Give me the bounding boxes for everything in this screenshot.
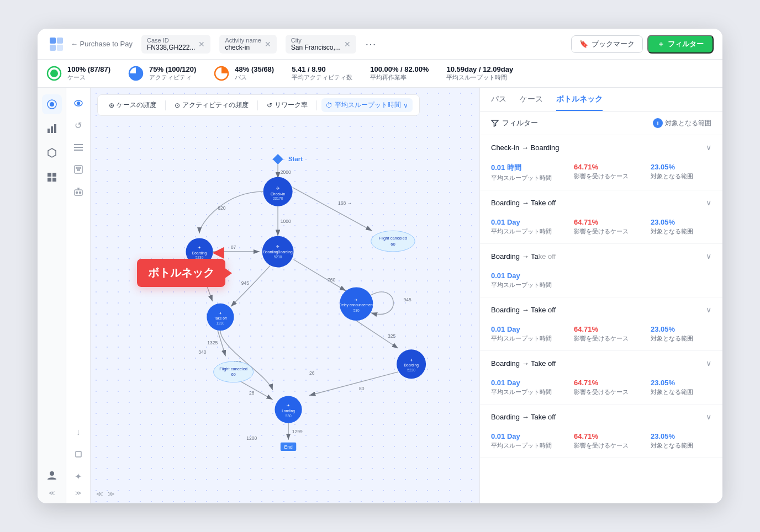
case-id-close-icon[interactable]: ✕ [198,40,205,48]
sidebar-icon-user[interactable] [42,465,62,485]
edge-label-340: 340 [198,349,206,355]
section-checkin-boarding-title: Check-in → Boarding [491,143,560,152]
activity-chip[interactable]: Activity name check-in ✕ [219,35,276,54]
stats-bar: 100% (87/87) ケース 75% (100/120) アクティビティ 4… [38,60,722,88]
city-close-icon[interactable]: ✕ [344,40,351,48]
more-options-icon[interactable]: ⋯ [361,35,381,53]
paths-value: 48% (35/68) [235,65,274,73]
edge-checkin-boarding1 [199,191,263,233]
rework-label: リワーク率 [275,100,308,110]
section-boarding-takeoff-2: Boarding → Take off ∨ 0.01 Day 平均スループット時… [480,190,722,244]
sidebar-icon-hexagon[interactable] [42,143,62,163]
secondary-icon-crop[interactable] [70,445,87,463]
toolbar-activity-freq[interactable]: ⊙ アクティビティの頻度 [170,98,253,112]
case-id-value: FN338,GH222... [147,44,195,51]
activity-close-icon[interactable]: ✕ [265,40,271,48]
case-id-label: Case ID [147,37,195,44]
rework-icon: ↺ [267,102,272,109]
svg-point-29 [79,192,81,194]
metric-target-sub-1: 対象となる範囲 [651,172,693,180]
edge-label-80: 80 [359,386,365,391]
secondary-icon-filter2[interactable] [70,161,87,178]
throughput-value: 10.59day / 12.09day [446,65,513,73]
section-boarding-takeoff-4-arrow: ∨ [706,305,711,314]
metric-time-sub-4: 平均スループット時間 [491,334,552,343]
svg-rect-25 [76,167,81,168]
edge-takeoff-fc [218,331,225,356]
svg-rect-21 [74,144,83,145]
metric-row-1: 0.01 時間 平均スループット時間 64.71% 影響を受けるケース 23.0… [491,163,711,182]
section-boarding-takeoff-3-header[interactable]: Boarding → Take off ∨ [480,244,722,268]
tab-path[interactable]: パス [491,94,506,111]
takeoff-label: Take off [214,316,226,320]
secondary-icon-download[interactable]: ↓ [70,423,87,441]
start-label: Start [288,156,303,162]
section-boarding-takeoff-2-header[interactable]: Boarding → Take off ∨ [480,190,722,215]
toolbar-throughput[interactable]: ⏱ 平均スループット時間 ∨ [321,98,413,112]
case-id-chip[interactable]: Case ID FN338,GH222... ✕ [141,35,210,54]
stat-rework: 100.00% / 82.00% 平均再作業率 [370,65,429,82]
right-panel-content: フィルター i 対象となる範囲 Check-in → Boarding ∨ [480,111,722,503]
sidebar-collapse-left[interactable]: ≪ [49,490,55,497]
collapse-right-icon[interactable]: ≫ [108,490,115,498]
svg-rect-22 [74,147,83,148]
svg-rect-23 [74,150,83,151]
metric-target-value-1: 23.05% [651,163,693,171]
case-freq-label: ケースの頻度 [117,100,156,110]
edge-label-620: 620 [218,205,225,211]
svg-point-8 [50,102,54,107]
toolbar-rework[interactable]: ↺ リワーク率 [262,98,312,112]
secondary-collapse-right[interactable]: ≫ [75,490,82,497]
secondary-icon-list[interactable] [70,139,87,156]
metric-row-2: 0.01 Day 平均スループット時間 64.71% 影響を受けるケース 23.… [491,218,711,236]
section-boarding-takeoff-2-title: Boarding → Take off [491,199,556,207]
svg-rect-12 [54,124,56,133]
metric-time-5: 0.01 Day 平均スループット時間 [491,379,552,396]
edge-checkin-fc [293,188,372,231]
filter-button[interactable]: ＋ フィルター [647,35,714,54]
edge-label-87: 87 [231,244,236,250]
filter-text: フィルター [502,118,538,128]
boarding1-label: Boarding [192,251,207,256]
secondary-icon-bot[interactable] [70,183,87,200]
section-boarding-takeoff-4-header[interactable]: Boarding → Take off ∨ [480,297,722,322]
svg-point-18 [50,471,54,476]
start-node[interactable] [273,154,283,164]
city-chip[interactable]: City San Francisco,... ✕ [286,35,356,54]
metric-target-5: 23.05% 対象となる範囲 [651,379,693,396]
secondary-icon-sparkle[interactable]: ✦ [70,467,87,485]
tab-case[interactable]: ケース [520,94,543,111]
metric-target-sub-2: 対象となる範囲 [651,227,693,236]
secondary-icon-eye[interactable] [70,94,87,112]
delay-text: ✈ [355,298,358,302]
breadcrumb-back[interactable]: ← Purchase to Pay [71,40,133,48]
metric-time-2: 0.01 Day 平均スループット時間 [491,218,552,236]
metric-affected-sub-5: 影響を受けるケース [574,388,629,396]
toolbar-case-freq[interactable]: ⊛ ケースの頻度 [104,98,161,112]
section-checkin-boarding-header[interactable]: Check-in → Boarding ∨ [480,135,722,159]
metric-affected-sub-2: 影響を受けるケース [574,227,629,236]
metric-target-value-4: 23.05% [651,325,693,333]
metric-target-6: 23.05% 対象となる範囲 [651,432,693,450]
stat-throughput: 10.59day / 12.09day 平均スループット時間 [446,65,513,82]
bb-label: BoardingBoarding [263,250,293,254]
section-boarding-takeoff-6-title: Boarding → Take off [491,413,556,421]
chevron-down-icon: ∨ [403,102,408,109]
metric-time-sub-2: 平均スループット時間 [491,227,552,236]
sidebar-icon-chart[interactable] [42,119,62,139]
sidebar-icon-view[interactable] [42,94,62,114]
secondary-icon-refresh[interactable]: ↺ [70,116,87,134]
metric-affected-5: 64.71% 影響を受けるケース [574,379,629,396]
section-boarding-takeoff-5-header[interactable]: Boarding → Take off ∨ [480,351,722,375]
metric-affected-value-5: 64.71% [574,379,629,387]
sidebar-icon-grid[interactable] [42,167,62,187]
metric-target-sub-5: 対象となる範囲 [651,388,693,396]
tab-bottleneck[interactable]: ボトルネック [556,94,603,111]
metric-target-1: 23.05% 対象となる範囲 [651,163,693,180]
bookmark-button[interactable]: 🔖 ブックマーク [571,35,643,53]
section-boarding-takeoff-6-header[interactable]: Boarding → Take off ∨ [480,405,722,429]
metric-row-5: 0.01 Day 平均スループット時間 64.71% 影響を受けるケース 23.… [491,379,711,396]
city-value: San Francisco,... [291,44,341,51]
collapse-left-icon[interactable]: ≪ [96,490,103,498]
svg-rect-26 [77,169,80,171]
